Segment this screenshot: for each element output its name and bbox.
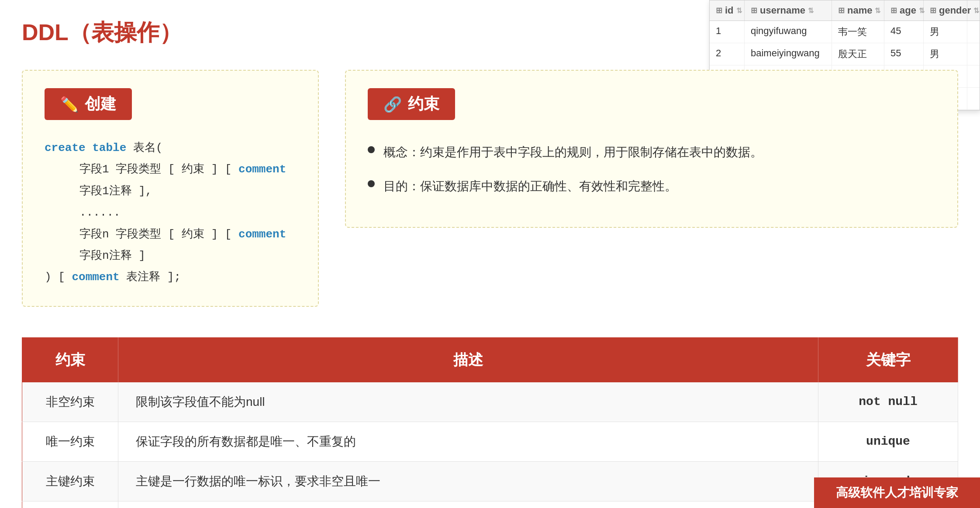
code-line-4: 字段n 字段类型 [ 约束 ] [ comment 字段n注释 ]: [45, 224, 296, 267]
top-section: ✏️ 创建 create table 表名( 字段1 字段类型 [ 约束 ] […: [22, 70, 958, 307]
code-line-2: 字段1 字段类型 [ 约束 ] [ comment 字段1注释 ],: [45, 159, 296, 202]
cell-gender-1: 男: [924, 21, 967, 43]
code-line-1: create table 表名(: [45, 137, 296, 159]
col-header-username: ⊞ username ⇅: [745, 0, 832, 21]
db-table-header: ⊞ id ⇅ ⊞ username ⇅ ⊞ name ⇅ ⊞ age ⇅ ⊞ g: [710, 0, 980, 21]
constraint-label: 约束: [408, 93, 439, 115]
cell-username-1: qingyifuwang: [745, 21, 832, 43]
link-icon: 🔗: [383, 96, 402, 113]
th-constraint: 约束: [22, 337, 118, 382]
keyword-comment-2: comment: [238, 228, 286, 241]
cell-age-2: 55: [884, 43, 924, 65]
col-header-gender: ⊞ gender ⇅: [924, 0, 967, 21]
cell-username-2: baimeiyingwang: [745, 43, 832, 65]
constraint-desc-2: 保证字段的所有数据都是唯一、不重复的: [118, 422, 818, 461]
col-icon-id: ⊞: [716, 6, 722, 15]
code-line-5: ) [ comment 表注释 ];: [45, 267, 296, 288]
col-header-name: ⊞ name ⇅: [832, 0, 884, 21]
pencil-icon: ✏️: [60, 96, 79, 113]
cell-id-1: 1: [710, 21, 745, 43]
table-header-row: 约束 描述 关键字: [22, 337, 958, 382]
constraint-keyword-1: not null: [818, 382, 958, 422]
bottom-bar: 高级软件人才培训专家: [814, 477, 980, 508]
bullet-1: [368, 146, 375, 153]
th-keyword: 关键字: [818, 337, 958, 382]
constraint-keyword-2: unique: [818, 422, 958, 461]
code-line-3: ......: [45, 202, 296, 223]
constraint-name-4: 默认约束: [22, 501, 118, 508]
keyword-comment-1: comment: [238, 163, 286, 176]
col-icon-age: ⊞: [890, 6, 897, 15]
col-icon-gender: ⊞: [930, 6, 936, 15]
constraint-name-2: 唯一约束: [22, 422, 118, 461]
constraint-text-1: 概念：约束是作用于表中字段上的规则，用于限制存储在表中的数据。: [383, 142, 763, 163]
cell-id-2: 2: [710, 43, 745, 65]
cell-name-1: 韦一笑: [832, 21, 884, 43]
col-icon-name: ⊞: [838, 6, 845, 15]
constraint-card: 🔗 约束 概念：约束是作用于表中字段上的规则，用于限制存储在表中的数据。 目的：…: [345, 70, 958, 228]
cell-gender-2: 男: [924, 43, 967, 65]
keyword-create: create table: [45, 141, 126, 154]
constraint-desc-1: 限制该字段值不能为null: [118, 382, 818, 422]
constraint-item-1: 概念：约束是作用于表中字段上的规则，用于限制存储在表中的数据。: [368, 142, 935, 163]
create-card: ✏️ 创建 create table 表名( 字段1 字段类型 [ 约束 ] […: [22, 70, 319, 307]
table-row: 唯一约束 保证字段的所有数据都是唯一、不重复的 unique: [22, 422, 958, 461]
main-content: ⊞ id ⇅ ⊞ username ⇅ ⊞ name ⇅ ⊞ age ⇅ ⊞ g: [0, 0, 980, 508]
col-header-age: ⊞ age ⇅: [884, 0, 924, 21]
create-label: 创建: [85, 93, 116, 115]
table-row: 1 qingyifuwang 韦一笑 45 男: [710, 21, 980, 43]
constraint-item-2: 目的：保证数据库中数据的正确性、有效性和完整性。: [368, 176, 935, 197]
code-suffix-1: 表名(: [133, 141, 163, 154]
constraint-name-3: 主键约束: [22, 461, 118, 501]
bottom-bar-label: 高级软件人才培训专家: [836, 486, 958, 499]
table-row: 非空约束 限制该字段值不能为null not null: [22, 382, 958, 422]
constraint-card-header: 🔗 约束: [368, 88, 455, 120]
constraint-name-1: 非空约束: [22, 382, 118, 422]
th-description: 描述: [118, 337, 818, 382]
create-card-header: ✏️ 创建: [45, 88, 132, 120]
constraint-desc-3: 主键是一行数据的唯一标识，要求非空且唯一: [118, 461, 818, 501]
keyword-comment-3: comment: [72, 271, 119, 284]
constraint-desc-4: 保存数据时，如果未指定该字段值，则采用默认值: [118, 501, 818, 508]
col-header-id: ⊞ id ⇅: [710, 0, 745, 21]
table-row: 2 baimeiyingwang 殷天正 55 男: [710, 43, 980, 65]
cell-name-2: 殷天正: [832, 43, 884, 65]
constraint-text-2: 目的：保证数据库中数据的正确性、有效性和完整性。: [383, 176, 677, 197]
cell-age-1: 45: [884, 21, 924, 43]
col-icon-username: ⊞: [751, 6, 757, 15]
bullet-2: [368, 180, 375, 187]
code-block: create table 表名( 字段1 字段类型 [ 约束 ] [ comme…: [45, 137, 296, 288]
constraint-content: 概念：约束是作用于表中字段上的规则，用于限制存储在表中的数据。 目的：保证数据库…: [368, 142, 935, 196]
